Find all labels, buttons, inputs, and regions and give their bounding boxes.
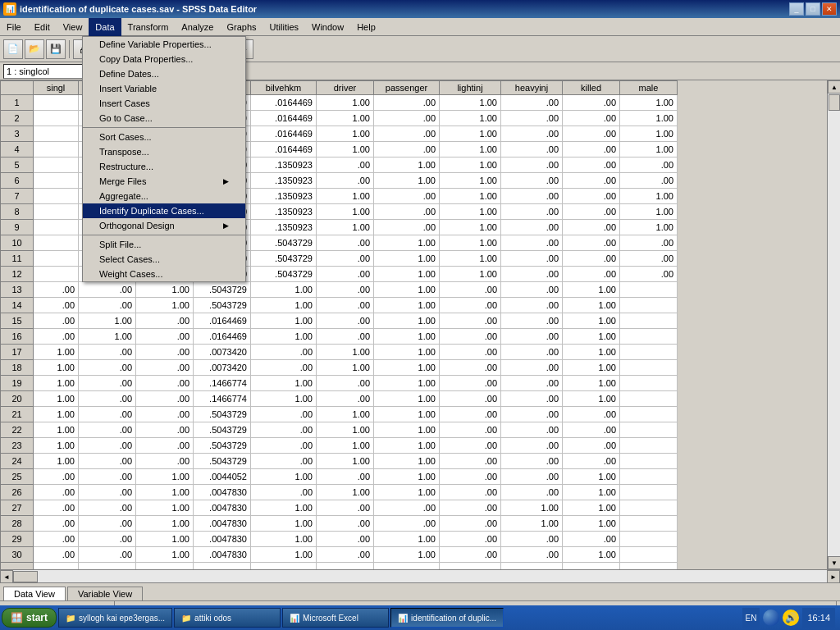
- cell-private[interactable]: .00: [79, 547, 136, 563]
- cell-bilvehkm[interactable]: 1.00: [251, 516, 317, 532]
- taskbar-item-3[interactable]: 📊 identification of duplic...: [390, 608, 504, 628]
- table-row[interactable]: 13.00.001.00.50437291.00.001.00.00.001.0…: [1, 282, 678, 298]
- cell-driver[interactable]: .00: [317, 376, 374, 391]
- cell-lightinj[interactable]: 1.00: [440, 142, 501, 158]
- cell-killed[interactable]: .00: [563, 220, 620, 235]
- menu-file[interactable]: File: [0, 18, 28, 36]
- menu-copy-data-props[interactable]: Copy Data Properties...: [83, 52, 245, 66]
- table-row[interactable]: 28.00.001.00.00478301.00.00.00.001.001.0…: [1, 516, 678, 532]
- cell-male[interactable]: .00: [620, 235, 678, 251]
- cell-heavyinj[interactable]: 1.00: [501, 500, 563, 516]
- cell-bilvehkm[interactable]: [251, 563, 317, 570]
- cell-killed[interactable]: 1.00: [563, 298, 620, 313]
- table-row[interactable]: 30.00.001.00.00478301.00.001.00.00.001.0…: [1, 547, 678, 563]
- cell-passenger[interactable]: 1.00: [374, 329, 440, 345]
- menu-insert-cases[interactable]: Insert Cases: [83, 96, 245, 111]
- cell-driver[interactable]: 1.00: [317, 454, 374, 469]
- cell-male[interactable]: [620, 376, 678, 391]
- cell-bilvehkm[interactable]: 1.00: [251, 329, 317, 345]
- cell-singl[interactable]: 1.00: [34, 345, 79, 360]
- cell-passenger[interactable]: 1.00: [374, 532, 440, 547]
- cell-heavyinj[interactable]: .00: [501, 485, 563, 500]
- cell-lightinj[interactable]: 1.00: [440, 235, 501, 251]
- cell-lightinj[interactable]: .00: [440, 329, 501, 345]
- cell-heavy[interactable]: .00: [136, 313, 194, 329]
- cell-driver[interactable]: .00: [317, 469, 374, 485]
- cell-bilvehkm[interactable]: .1350923: [251, 220, 317, 235]
- cell-heavy[interactable]: 1.00: [136, 485, 194, 500]
- cell-killed[interactable]: .00: [563, 204, 620, 220]
- cell-bilvehkm[interactable]: .0164469: [251, 126, 317, 142]
- cell-heavyinj[interactable]: .00: [501, 407, 563, 422]
- cell-heavyinj[interactable]: .00: [501, 469, 563, 485]
- cell-bilvehkm[interactable]: 1.00: [251, 391, 317, 407]
- cell-bilvehkm[interactable]: .00: [251, 407, 317, 422]
- cell-heavyinj[interactable]: .00: [501, 298, 563, 313]
- cell-lightinj[interactable]: .00: [440, 282, 501, 298]
- cell-twoweel[interactable]: .5043729: [194, 438, 251, 454]
- cell-driver[interactable]: .00: [317, 329, 374, 345]
- cell-bilvehkm[interactable]: .00: [251, 485, 317, 500]
- cell-killed[interactable]: .00: [563, 95, 620, 111]
- cell-twoweel[interactable]: .5043729: [194, 407, 251, 422]
- cell-heavy[interactable]: 1.00: [136, 547, 194, 563]
- cell-twoweel[interactable]: .0164469: [194, 329, 251, 345]
- cell-private[interactable]: 1.00: [79, 313, 136, 329]
- cell-male[interactable]: [620, 407, 678, 422]
- cell-male[interactable]: 1.00: [620, 126, 678, 142]
- cell-heavyinj[interactable]: [501, 563, 563, 570]
- cell-passenger[interactable]: .00: [374, 500, 440, 516]
- cell-killed[interactable]: 1.00: [563, 313, 620, 329]
- table-row[interactable]: 14.00.001.00.50437291.00.001.00.00.001.0…: [1, 298, 678, 313]
- cell-male[interactable]: 1.00: [620, 142, 678, 158]
- cell-bilvehkm[interactable]: .5043729: [251, 267, 317, 282]
- cell-private[interactable]: .00: [79, 376, 136, 391]
- cell-heavyinj[interactable]: .00: [501, 204, 563, 220]
- cell-killed[interactable]: 1.00: [563, 516, 620, 532]
- cell-killed[interactable]: 1.00: [563, 391, 620, 407]
- cell-singl[interactable]: [34, 204, 79, 220]
- cell-heavy[interactable]: .00: [136, 360, 194, 376]
- cell-killed[interactable]: 1.00: [563, 547, 620, 563]
- cell-singl[interactable]: .00: [34, 516, 79, 532]
- cell-heavy[interactable]: 1.00: [136, 469, 194, 485]
- cell-twoweel[interactable]: .0047830: [194, 485, 251, 500]
- cell-male[interactable]: [620, 500, 678, 516]
- cell-heavyinj[interactable]: .00: [501, 111, 563, 126]
- table-row[interactable]: 231.00.00.00.5043729.001.001.00.00.00.00: [1, 438, 678, 454]
- cell-singl[interactable]: [34, 220, 79, 235]
- cell-killed[interactable]: .00: [563, 267, 620, 282]
- cell-bilvehkm[interactable]: .00: [251, 345, 317, 360]
- cell-heavyinj[interactable]: .00: [501, 282, 563, 298]
- cell-singl[interactable]: [34, 111, 79, 126]
- cell-killed[interactable]: .00: [563, 251, 620, 267]
- cell-male[interactable]: .00: [620, 251, 678, 267]
- cell-singl[interactable]: .00: [34, 485, 79, 500]
- cell-bilvehkm[interactable]: 1.00: [251, 532, 317, 547]
- cell-lightinj[interactable]: .00: [440, 485, 501, 500]
- cell-bilvehkm[interactable]: .00: [251, 422, 317, 438]
- table-row[interactable]: 16.001.00.00.01644691.00.001.00.00.001.0…: [1, 329, 678, 345]
- col-lightinj[interactable]: lightinj: [440, 81, 501, 95]
- cell-heavy[interactable]: 1.00: [136, 500, 194, 516]
- cell-passenger[interactable]: 1.00: [374, 376, 440, 391]
- vertical-scrollbar[interactable]: ▲ ▼: [827, 80, 840, 569]
- cell-killed[interactable]: .00: [563, 189, 620, 204]
- cell-heavyinj[interactable]: .00: [501, 220, 563, 235]
- cell-passenger[interactable]: 1.00: [374, 345, 440, 360]
- cell-driver[interactable]: .00: [317, 173, 374, 189]
- cell-heavy[interactable]: 1.00: [136, 516, 194, 532]
- menu-edit[interactable]: Edit: [28, 18, 57, 36]
- menu-identify-duplicate-cases[interactable]: Identify Duplicate Cases...: [83, 203, 245, 218]
- cell-bilvehkm[interactable]: .1350923: [251, 204, 317, 220]
- cell-driver[interactable]: .00: [317, 391, 374, 407]
- cell-heavyinj[interactable]: .00: [501, 173, 563, 189]
- cell-private[interactable]: .00: [79, 485, 136, 500]
- cell-driver[interactable]: .00: [317, 235, 374, 251]
- cell-singl[interactable]: .00: [34, 500, 79, 516]
- cell-killed[interactable]: 1.00: [563, 485, 620, 500]
- window-controls[interactable]: _ □ ✕: [789, 2, 837, 16]
- cell-bilvehkm[interactable]: 1.00: [251, 376, 317, 391]
- cell-heavy[interactable]: .00: [136, 422, 194, 438]
- cell-bilvehkm[interactable]: .5043729: [251, 251, 317, 267]
